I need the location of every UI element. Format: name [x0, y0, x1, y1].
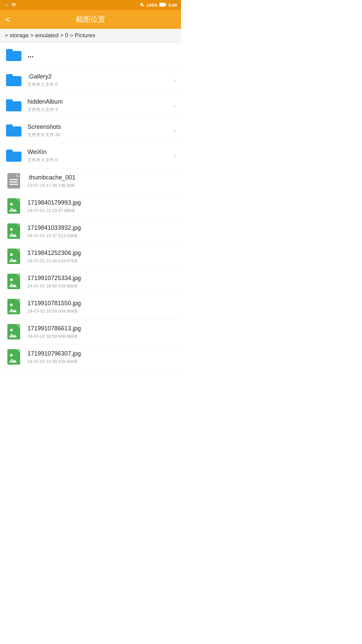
file-meta: 文件夹:2 文件:0	[27, 82, 171, 88]
mute-icon	[140, 2, 145, 8]
image-file-icon	[5, 298, 22, 315]
file-meta: 24-07-01 21:40 519.67KB	[27, 258, 176, 263]
file-info: .Gallery2 文件夹:2 文件:0	[27, 73, 171, 88]
list-item[interactable]: ...	[0, 43, 181, 68]
list-item[interactable]: 1719841252306.jpg 24-07-01 21:40 519.67K…	[0, 244, 181, 269]
chevron-right-icon: ›	[173, 102, 176, 109]
file-name: .thumbcache_001	[27, 174, 176, 181]
file-meta: 文件夹:0 文件:3	[27, 107, 171, 113]
list-item[interactable]: .thumbcache_001 23-07-24 17:38 148.00B	[0, 168, 181, 194]
file-name: 1719910786613.jpg	[27, 325, 176, 332]
document-icon	[5, 172, 22, 189]
image-file-icon	[5, 248, 22, 265]
time: 5:00	[168, 3, 177, 8]
list-item[interactable]: 1719910796307.jpg 24-07-02 16:59 538.94K…	[0, 344, 181, 370]
chevron-right-icon: ›	[173, 127, 176, 135]
list-item[interactable]: .Gallery2 文件夹:2 文件:0 ›	[0, 68, 181, 93]
image-file-icon	[5, 273, 22, 290]
battery-percent: 100%	[146, 3, 158, 8]
page-title: 截图位置	[76, 14, 105, 24]
status-bar: 🔒 100% 5:00	[0, 0, 181, 10]
folder-icon	[5, 147, 22, 164]
folder-icon	[5, 72, 22, 89]
file-name: 1719841033932.jpg	[27, 224, 176, 232]
file-meta: 24-07-01 21:23 97.88KB	[27, 208, 176, 213]
breadcrumb: > storage > emulated > 0 > Pictures	[0, 29, 181, 43]
svg-rect-2	[160, 3, 165, 6]
folder-icon	[5, 47, 22, 63]
list-item[interactable]: 1719841033932.jpg 24-07-01 21:37 513.23K…	[0, 219, 181, 244]
list-item[interactable]: hiddenAlbum 文件夹:0 文件:3 ›	[0, 93, 181, 118]
list-item[interactable]: WeiXin 文件夹:0 文件:0 ›	[0, 143, 181, 168]
file-meta: 24-07-02 16:59 608.66KB	[27, 334, 176, 339]
file-name: WeiXin	[27, 148, 171, 156]
file-meta: 23-07-24 17:38 148.00B	[27, 183, 176, 188]
image-file-icon	[5, 223, 22, 239]
file-info: 1719841252306.jpg 24-07-01 21:40 519.67K…	[27, 249, 176, 263]
folder-icon	[5, 122, 22, 139]
file-info: 1719841033932.jpg 24-07-01 21:37 513.23K…	[27, 224, 176, 238]
file-name: ...	[27, 51, 34, 59]
status-right: 100% 5:00	[140, 2, 177, 8]
file-info: Screenshots 文件夹:0 文件:30	[27, 123, 171, 138]
file-info: 1719910725334.jpg 24-07-02 16:58 518.90K…	[27, 274, 176, 288]
file-name: 1719910725334.jpg	[27, 274, 176, 282]
file-list: ... .Gallery2 文件夹:2 文件:0 › hiddenAlbum 文…	[0, 43, 181, 370]
chevron-right-icon: ›	[173, 152, 176, 160]
list-item[interactable]: Screenshots 文件夹:0 文件:30 ›	[0, 118, 181, 143]
file-meta: 24-07-01 21:37 513.23KB	[27, 233, 176, 238]
folder-icon	[5, 97, 22, 114]
file-info: WeiXin 文件夹:0 文件:0	[27, 148, 171, 163]
file-name: 1719910781550.jpg	[27, 300, 176, 307]
status-left: 🔒	[4, 2, 16, 8]
list-item[interactable]: 1719840179993.jpg 24-07-01 21:23 97.88KB	[0, 194, 181, 219]
back-button[interactable]: <	[5, 15, 10, 24]
list-item[interactable]: 1719910725334.jpg 24-07-02 16:58 518.90K…	[0, 269, 181, 294]
file-info: ...	[27, 51, 176, 59]
file-meta: 24-07-02 16:59 538.94KB	[27, 359, 176, 364]
svg-rect-3	[166, 4, 167, 5]
file-meta: 文件夹:0 文件:30	[27, 132, 171, 138]
file-meta: 24-07-02 16:58 518.90KB	[27, 283, 176, 288]
file-name: hiddenAlbum	[27, 98, 171, 106]
file-name: 1719840179993.jpg	[27, 199, 176, 207]
file-info: 1719840179993.jpg 24-07-01 21:23 97.88KB	[27, 199, 176, 213]
file-name: 1719841252306.jpg	[27, 249, 176, 257]
file-meta: 文件夹:0 文件:0	[27, 157, 171, 163]
image-file-icon	[5, 348, 22, 365]
image-file-icon	[5, 323, 22, 340]
file-name: Screenshots	[27, 123, 171, 131]
image-file-icon	[5, 198, 22, 214]
file-info: .thumbcache_001 23-07-24 17:38 148.00B	[27, 174, 176, 187]
file-info: 1719910796307.jpg 24-07-02 16:59 538.94K…	[27, 350, 176, 364]
file-info: 1719910786613.jpg 24-07-02 16:59 608.66K…	[27, 325, 176, 338]
list-item[interactable]: 1719910781550.jpg 24-07-02 16:59 504.66K…	[0, 294, 181, 319]
wifi-icon	[11, 2, 16, 8]
battery-icon	[159, 3, 167, 8]
file-info: 1719910781550.jpg 24-07-02 16:59 504.66K…	[27, 300, 176, 313]
title-bar: < 截图位置	[0, 10, 181, 29]
lock-icon: 🔒	[4, 3, 9, 8]
file-info: hiddenAlbum 文件夹:0 文件:3	[27, 98, 171, 113]
file-name: 1719910796307.jpg	[27, 350, 176, 358]
file-name: .Gallery2	[27, 73, 171, 80]
file-meta: 24-07-02 16:59 504.66KB	[27, 309, 176, 314]
chevron-right-icon: ›	[173, 76, 176, 84]
list-item[interactable]: 1719910786613.jpg 24-07-02 16:59 608.66K…	[0, 319, 181, 344]
